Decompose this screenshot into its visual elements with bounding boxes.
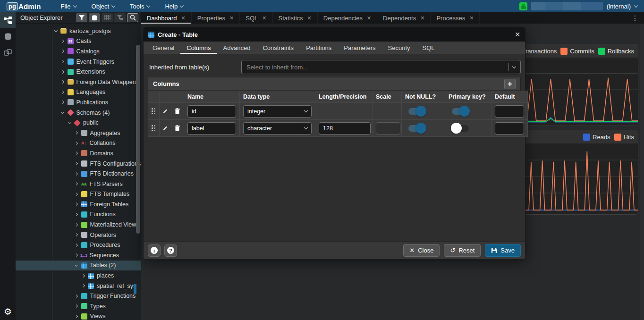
sql-help-button[interactable]: i [148,244,161,257]
tree-item-domains[interactable]: Domains [16,148,141,159]
tree-item-casts[interactable]: 69Casts [16,36,141,47]
dialog-tab-parameters[interactable]: Parameters [338,42,381,54]
tree-expander[interactable] [59,81,66,83]
tab-close-icon[interactable]: ✕ [420,15,424,21]
tab-menu-kebab-icon[interactable]: ⋮ [626,12,644,24]
tree-expander[interactable] [73,305,80,307]
tree-item-materialized-views[interactable]: Materialized Views [16,219,141,230]
tree-expander[interactable] [73,173,80,175]
tree-item-collations[interactable]: A↓Collations [16,138,141,149]
tree-expander[interactable] [59,40,66,42]
tab-close-icon[interactable]: ✕ [262,15,266,21]
default-input[interactable] [495,105,524,118]
close-button[interactable]: ✕ Close [403,244,440,257]
search-objects-button[interactable] [127,13,138,22]
settings-gear-icon[interactable]: ⚙ [0,306,16,317]
dialog-tab-general[interactable]: General [146,42,180,54]
tree-item-languages[interactable]: Languages [16,87,141,98]
tree-item-extensions[interactable]: Extensions [16,67,141,77]
tab-processes[interactable]: Processes✕ [431,12,480,24]
tree-item-operators[interactable]: Operators [16,230,141,240]
column-name-input[interactable] [187,122,236,135]
scale-input[interactable] [376,122,400,135]
tree-item-kartoza-postgis[interactable]: kartoza_postgis [16,26,141,36]
filter-button[interactable] [76,13,87,22]
tab-close-icon[interactable]: ✕ [181,15,186,21]
tree-item-schemas-4-[interactable]: Schemas (4) [16,108,141,118]
tree-item-views[interactable]: Views [16,312,141,320]
tree-item-functions[interactable]: Functions [16,210,141,220]
tree-item-fts-templates[interactable]: FTS Templates [16,189,141,200]
tree-expander[interactable] [73,224,80,226]
tree-expander[interactable] [59,60,66,63]
tree-item-publications[interactable]: Publications [16,97,141,108]
dialog-help-button[interactable]: ? [164,244,177,257]
add-column-button[interactable]: + [504,79,516,89]
user-avatar[interactable] [519,2,527,10]
edit-row-button[interactable] [160,120,171,137]
tree-expander[interactable] [59,101,66,103]
delete-row-button[interactable] [171,103,184,120]
dialog-tab-partitions[interactable]: Partitions [300,42,338,54]
tab-close-icon[interactable]: ✕ [229,15,234,21]
primary-key-toggle[interactable] [452,108,469,115]
save-button[interactable]: Save [485,244,521,257]
user-label[interactable]: (internal) [607,3,631,10]
datatype-select[interactable]: character [243,122,312,135]
delete-row-button[interactable] [171,120,184,137]
tree-item-foreign-data-wrappers[interactable]: Foreign Data Wrappers [16,77,141,87]
notnull-toggle[interactable] [408,108,425,115]
tab-dependents[interactable]: Dependents✕ [377,12,431,24]
tree-item-event-triggers[interactable]: Event Triggers [16,57,141,67]
tree-item-catalogs[interactable]: Catalogs [16,46,141,57]
tree-expander[interactable] [73,203,80,205]
tree-expander[interactable] [52,30,59,32]
tab-close-icon[interactable]: ✕ [469,15,474,21]
tree-expander[interactable] [73,183,80,185]
close-icon[interactable]: ✕ [515,31,520,38]
default-input[interactable] [495,122,524,135]
tab-close-icon[interactable]: ✕ [367,15,371,21]
column-name-input[interactable] [187,105,236,118]
view-data-button[interactable] [102,13,113,22]
tree-item-trigger-functions[interactable]: Trigger Functions [16,291,141,301]
tab-dashboard[interactable]: Dashboard✕ [141,12,192,24]
edit-row-button[interactable] [160,103,171,120]
notnull-toggle[interactable] [408,125,425,132]
menu-object[interactable]: Object [86,1,121,12]
tree-expander[interactable] [73,254,80,256]
tree-item-fts-parsers[interactable]: AaFTS Parsers [16,179,141,189]
tree-expander[interactable] [80,275,86,277]
tree-item-fts-dictionaries[interactable]: FTS Dictionaries [16,168,141,179]
primary-key-toggle[interactable] [452,125,469,132]
object-explorer-activity-button[interactable] [0,12,16,28]
dialog-tab-security[interactable]: Security [382,42,416,54]
tree-expander[interactable] [66,122,73,124]
tab-dependencies[interactable]: Dependencies✕ [318,12,377,24]
tree-item-sequences[interactable]: 1..3Sequences [16,250,141,261]
tree-expander[interactable] [73,162,80,165]
tree-expander[interactable] [73,193,80,195]
dialog-tab-sql[interactable]: SQL [416,42,441,54]
chevron-down-icon[interactable] [512,64,516,68]
menu-tools[interactable]: Tools [124,1,155,12]
tree-expander[interactable] [73,213,80,216]
menu-file[interactable]: File [55,1,82,12]
tree-expander[interactable] [73,244,80,246]
tree-item-fts-configurations[interactable]: FTS Configurations [16,159,141,169]
tree-expander[interactable] [73,265,80,266]
filtered-rows-button[interactable] [114,13,126,22]
tree-expander[interactable] [80,285,86,287]
tab-statistics[interactable]: Statistics✕ [273,12,318,24]
row-drag-handle[interactable] [148,103,160,120]
tree-expander[interactable] [59,112,66,113]
tree-expander[interactable] [73,152,80,154]
databases-activity-button[interactable] [0,28,16,44]
row-drag-handle[interactable] [148,120,160,137]
tree-item-aggregates[interactable]: Aggregates [16,128,141,138]
datatype-select[interactable]: integer [243,105,312,118]
tree-item-tables-2-[interactable]: Tables (2) [16,261,141,271]
reset-button[interactable]: ↺ Reset [444,244,481,257]
menu-help[interactable]: Help [159,1,189,12]
dialog-tab-constraints[interactable]: Constraints [256,42,300,54]
